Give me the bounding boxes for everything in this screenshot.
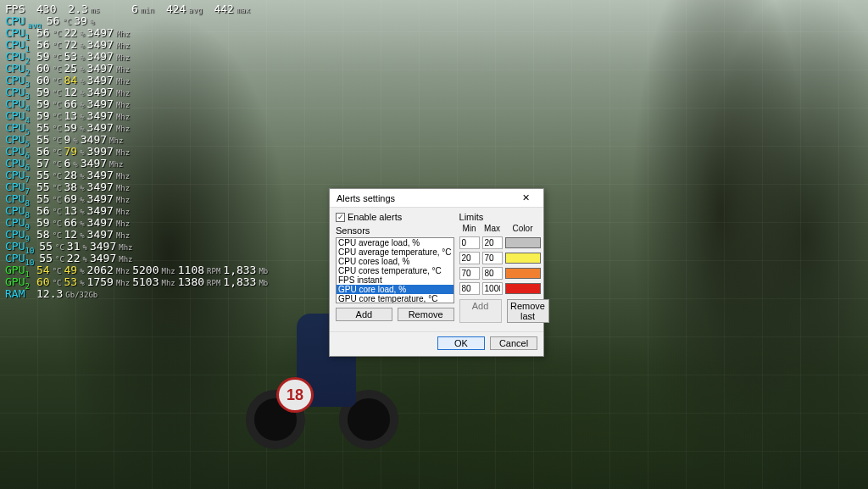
cpu-core-row: CPU359°C 12% 3497Mhz: [5, 86, 270, 98]
add-limit-button[interactable]: Add: [459, 299, 502, 323]
limit-max-input[interactable]: [482, 252, 503, 264]
fps-row: FPS 430 2.3ms 6min 424avg 442max: [5, 3, 270, 15]
limit-max-input[interactable]: [482, 236, 503, 249]
cpu-core-row: CPU855°C 69% 3497Mhz: [5, 193, 270, 205]
enable-alerts-checkbox[interactable]: ✓ Enable alerts: [336, 212, 454, 222]
cpu-core-row: CPU959°C 66% 3497Mhz: [5, 217, 270, 229]
sensors-label: Sensors: [336, 225, 454, 236]
dialog-titlebar[interactable]: Alerts settings ✕: [330, 189, 543, 208]
sensor-list-item[interactable]: CPU average load, %: [337, 238, 453, 247]
limits-label: Limits: [459, 212, 549, 222]
cpu-core-row: CPU958°C 12% 3497Mhz: [5, 229, 270, 241]
bike-number-plate: 18: [276, 377, 314, 413]
checkbox-icon: ✓: [336, 213, 345, 222]
cpu-avg-row: CPUavg 56°C 39%: [5, 15, 270, 27]
cpu-core-row: CPU156°C 72% 3497Mhz: [5, 39, 270, 51]
limit-min-input[interactable]: [459, 252, 480, 264]
cpu-core-row: CPU459°C 13% 3497Mhz: [5, 110, 270, 122]
limit-min-input[interactable]: [459, 267, 480, 280]
gpu-row: GPU260°C 53% 1759Mhz 5103Mhz 1380RPM 1,8…: [5, 276, 270, 288]
sensors-listbox[interactable]: CPU average load, %CPU average temperatu…: [336, 237, 454, 303]
sensor-list-item[interactable]: GPU core load, %: [337, 285, 453, 294]
cpu-core-row: CPU656°C 79% 3997Mhz: [5, 146, 270, 158]
cpu-core-row: CPU360°C 84% 3497Mhz: [5, 75, 270, 86]
limit-max-input[interactable]: [482, 282, 503, 295]
cancel-button[interactable]: Cancel: [490, 336, 537, 350]
add-button[interactable]: Add: [336, 308, 392, 321]
limit-min-input[interactable]: [459, 236, 480, 249]
sensor-list-item[interactable]: CPU average temperature, °C: [337, 247, 453, 257]
close-icon[interactable]: ✕: [513, 192, 538, 203]
cpu-core-row: CPU657°C 6% 3497Mhz: [5, 158, 270, 169]
cpu-core-row: CPU260°C 25% 3497Mhz: [5, 63, 270, 75]
limit-max-input[interactable]: [482, 267, 503, 280]
limit-color-swatch[interactable]: [505, 268, 541, 279]
ok-button[interactable]: OK: [437, 336, 485, 350]
sensor-list-item[interactable]: FPS instant: [337, 275, 453, 285]
remove-button[interactable]: Remove: [398, 308, 454, 321]
sensor-list-item[interactable]: CPU cores temperature, °C: [337, 266, 453, 275]
sensor-list-item[interactable]: CPU cores load, %: [337, 257, 453, 266]
cpu-core-row: CPU459°C 66% 3497Mhz: [5, 98, 270, 110]
cpu-core-row: CPU1055°C 31% 3497Mhz: [5, 241, 270, 253]
limit-min-input[interactable]: [459, 282, 480, 295]
limit-color-swatch[interactable]: [505, 253, 541, 264]
dialog-title: Alerts settings: [337, 193, 395, 203]
gpu-row: GPU154°C 49% 2062Mhz 5200Mhz 1108RPM 1,8…: [5, 264, 270, 276]
alerts-settings-dialog: Alerts settings ✕ ✓ Enable alerts Sensor…: [329, 188, 544, 357]
remove-last-button[interactable]: Remove last: [507, 299, 549, 323]
limits-grid: Min Max Color: [459, 224, 549, 295]
cpu-core-row: CPU755°C 38% 3497Mhz: [5, 181, 270, 193]
limit-color-swatch[interactable]: [505, 237, 541, 248]
cpu-core-row: CPU755°C 28% 3497Mhz: [5, 169, 270, 181]
performance-overlay: FPS 430 2.3ms 6min 424avg 442max CPUavg …: [5, 3, 270, 300]
cpu-core-row: CPU856°C 13% 3497Mhz: [5, 205, 270, 217]
limit-color-swatch[interactable]: [505, 283, 541, 294]
cpu-core-row: CPU555°C 9% 3497Mhz: [5, 134, 270, 146]
ram-row: RAM 12.3 Gb/32Gb: [5, 288, 270, 300]
cpu-core-row: CPU1055°C 22% 3497Mhz: [5, 253, 270, 264]
cpu-core-row: CPU555°C 59% 3497Mhz: [5, 122, 270, 134]
sensor-list-item[interactable]: GPU core temperature, °C: [337, 294, 453, 303]
cpu-core-row: CPU259°C 53% 3497Mhz: [5, 51, 270, 63]
cpu-core-row: CPU156°C 22% 3497Mhz: [5, 27, 270, 39]
